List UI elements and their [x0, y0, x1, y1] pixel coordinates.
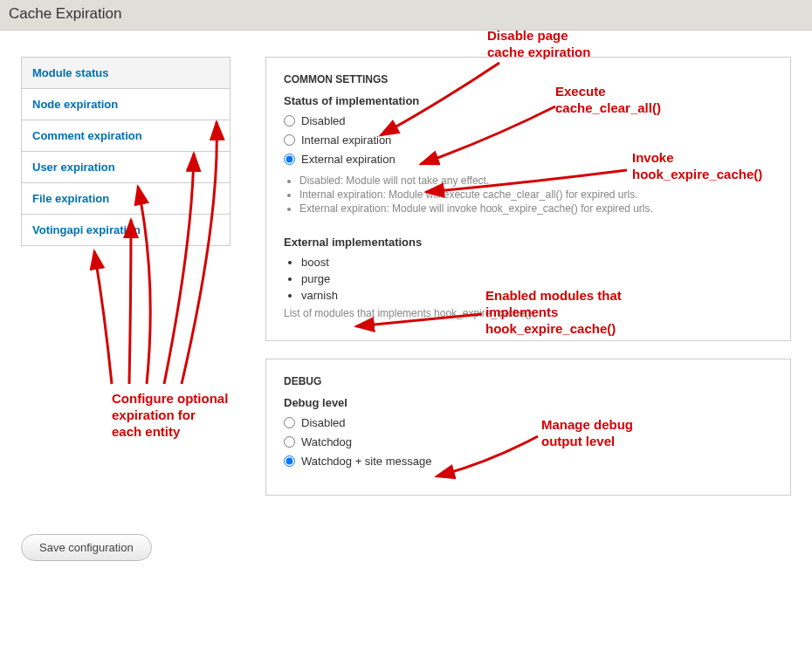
status-description-item: External expiration: Module will invoke … [299, 202, 773, 215]
tab-votingapi-expiration[interactable]: Votingapi expiration [21, 214, 231, 246]
tab-label: Module status [32, 66, 108, 79]
save-button-label: Save configuration [39, 541, 134, 554]
debug-panel: DEBUG Debug level Disabled Watchdog Watc… [265, 359, 791, 496]
tab-label: User expiration [32, 161, 115, 174]
debug-heading: DEBUG [284, 375, 773, 387]
status-option-external[interactable]: External expiration [284, 153, 773, 166]
debug-level-label: Debug level [284, 396, 773, 409]
ext-impl-item: purge [301, 272, 773, 285]
external-implementations-hint: List of modules that implements hook_exp… [284, 307, 773, 319]
page-title: Cache Expiration [0, 0, 812, 31]
external-implementations-list: boost purge varnish [301, 256, 773, 302]
status-option-label: Internal expiration [301, 133, 391, 147]
tab-node-expiration[interactable]: Node expiration [21, 88, 231, 120]
tab-comment-expiration[interactable]: Comment expiration [21, 120, 231, 151]
common-settings-heading: COMMON SETTINGS [284, 73, 773, 86]
tab-module-status[interactable]: Module status [21, 57, 231, 88]
status-option-label: Disabled [301, 114, 346, 127]
debug-radio-watchdog[interactable] [284, 436, 295, 448]
status-descriptions: Disabled: Module will not take any effec… [284, 175, 773, 215]
debug-radio-disabled[interactable] [284, 417, 295, 428]
debug-option-label: Watchdog + site message [301, 455, 431, 468]
status-radio-disabled[interactable] [284, 115, 295, 127]
title-text: Cache Expiration [9, 5, 121, 22]
save-configuration-button[interactable]: Save configuration [21, 534, 152, 561]
debug-option-watchdog[interactable]: Watchdog [284, 435, 773, 448]
status-description-item: Disabled: Module will not take any effec… [299, 175, 773, 187]
common-settings-panel: COMMON SETTINGS Status of implementation… [265, 57, 791, 341]
debug-option-label: Disabled [301, 416, 346, 429]
tab-file-expiration[interactable]: File expiration [21, 182, 231, 214]
tab-label: Votingapi expiration [32, 223, 141, 236]
status-of-implementation-label: Status of implementation [284, 94, 773, 107]
settings-pane: COMMON SETTINGS Status of implementation… [265, 57, 791, 513]
status-description-item: Internal expiration: Module will execute… [299, 188, 773, 201]
debug-radio-watchdog-site[interactable] [284, 455, 295, 467]
status-radio-internal[interactable] [284, 134, 295, 146]
debug-option-disabled[interactable]: Disabled [284, 416, 773, 429]
tab-user-expiration[interactable]: User expiration [21, 151, 231, 182]
ext-impl-item: varnish [301, 289, 773, 302]
status-option-label: External expiration [301, 153, 396, 166]
status-radio-external[interactable] [284, 154, 295, 165]
ext-impl-item: boost [301, 256, 773, 269]
status-option-disabled[interactable]: Disabled [284, 114, 773, 127]
vertical-tabs: Module status Node expiration Comment ex… [21, 57, 231, 513]
debug-option-label: Watchdog [301, 435, 352, 448]
tab-label: Comment expiration [32, 129, 142, 142]
debug-option-watchdog-site[interactable]: Watchdog + site message [284, 455, 773, 468]
external-implementations-label: External implementations [284, 236, 773, 249]
tab-label: File expiration [32, 192, 109, 205]
status-option-internal[interactable]: Internal expiration [284, 133, 773, 147]
tab-label: Node expiration [32, 98, 118, 111]
